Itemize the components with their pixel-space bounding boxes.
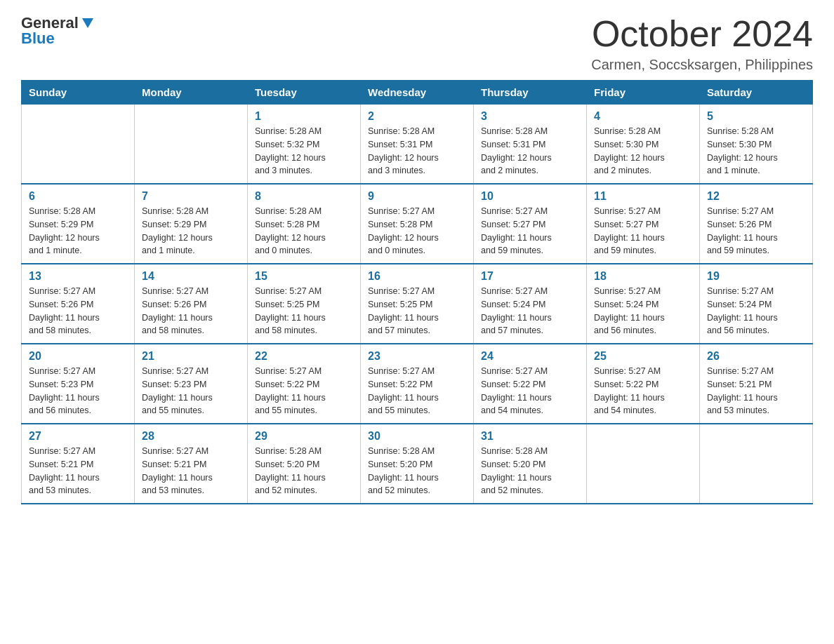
- calendar-cell: 30Sunrise: 5:28 AMSunset: 5:20 PMDayligh…: [361, 424, 474, 504]
- day-info: Sunrise: 5:27 AMSunset: 5:22 PMDaylight:…: [481, 365, 579, 417]
- day-number: 22: [255, 350, 353, 363]
- logo: General Blue: [21, 14, 95, 48]
- day-info: Sunrise: 5:28 AMSunset: 5:30 PMDaylight:…: [594, 125, 692, 177]
- day-info: Sunrise: 5:28 AMSunset: 5:28 PMDaylight:…: [255, 205, 353, 257]
- calendar-cell: 24Sunrise: 5:27 AMSunset: 5:22 PMDayligh…: [474, 344, 587, 424]
- day-info: Sunrise: 5:27 AMSunset: 5:23 PMDaylight:…: [142, 365, 240, 417]
- day-info: Sunrise: 5:27 AMSunset: 5:26 PMDaylight:…: [29, 285, 127, 337]
- day-number: 8: [255, 190, 353, 203]
- calendar-cell: [587, 424, 700, 504]
- page-header: General Blue October 2024 Carmen, Soccsk…: [21, 14, 813, 73]
- day-info: Sunrise: 5:28 AMSunset: 5:30 PMDaylight:…: [707, 125, 805, 177]
- day-info: Sunrise: 5:27 AMSunset: 5:24 PMDaylight:…: [594, 285, 692, 337]
- day-number: 9: [368, 190, 466, 203]
- calendar-cell: 18Sunrise: 5:27 AMSunset: 5:24 PMDayligh…: [587, 264, 700, 344]
- day-number: 31: [481, 430, 579, 443]
- day-info: Sunrise: 5:27 AMSunset: 5:22 PMDaylight:…: [368, 365, 466, 417]
- day-number: 4: [594, 110, 692, 123]
- weekday-header-monday: Monday: [135, 81, 248, 105]
- calendar-week-row: 1Sunrise: 5:28 AMSunset: 5:32 PMDaylight…: [22, 105, 813, 185]
- calendar-cell: 4Sunrise: 5:28 AMSunset: 5:30 PMDaylight…: [587, 105, 700, 185]
- day-number: 14: [142, 270, 240, 283]
- day-number: 13: [29, 270, 127, 283]
- calendar-cell: 25Sunrise: 5:27 AMSunset: 5:22 PMDayligh…: [587, 344, 700, 424]
- day-info: Sunrise: 5:28 AMSunset: 5:20 PMDaylight:…: [368, 445, 466, 497]
- logo-triangle-icon: [80, 15, 95, 30]
- day-info: Sunrise: 5:27 AMSunset: 5:25 PMDaylight:…: [255, 285, 353, 337]
- calendar-week-row: 27Sunrise: 5:27 AMSunset: 5:21 PMDayligh…: [22, 424, 813, 504]
- calendar-cell: 21Sunrise: 5:27 AMSunset: 5:23 PMDayligh…: [135, 344, 248, 424]
- day-info: Sunrise: 5:28 AMSunset: 5:29 PMDaylight:…: [142, 205, 240, 257]
- calendar-cell: 5Sunrise: 5:28 AMSunset: 5:30 PMDaylight…: [700, 105, 813, 185]
- day-info: Sunrise: 5:28 AMSunset: 5:20 PMDaylight:…: [481, 445, 579, 497]
- calendar-cell: 29Sunrise: 5:28 AMSunset: 5:20 PMDayligh…: [248, 424, 361, 504]
- day-info: Sunrise: 5:27 AMSunset: 5:27 PMDaylight:…: [481, 205, 579, 257]
- weekday-header-thursday: Thursday: [474, 81, 587, 105]
- calendar-cell: 20Sunrise: 5:27 AMSunset: 5:23 PMDayligh…: [22, 344, 135, 424]
- calendar-cell: 19Sunrise: 5:27 AMSunset: 5:24 PMDayligh…: [700, 264, 813, 344]
- day-number: 2: [368, 110, 466, 123]
- calendar-cell: 6Sunrise: 5:28 AMSunset: 5:29 PMDaylight…: [22, 184, 135, 264]
- calendar-cell: 8Sunrise: 5:28 AMSunset: 5:28 PMDaylight…: [248, 184, 361, 264]
- logo-blue-text: Blue: [21, 29, 55, 48]
- day-info: Sunrise: 5:27 AMSunset: 5:28 PMDaylight:…: [368, 205, 466, 257]
- day-info: Sunrise: 5:27 AMSunset: 5:26 PMDaylight:…: [707, 205, 805, 257]
- day-info: Sunrise: 5:27 AMSunset: 5:23 PMDaylight:…: [29, 365, 127, 417]
- weekday-header-sunday: Sunday: [22, 81, 135, 105]
- day-info: Sunrise: 5:27 AMSunset: 5:27 PMDaylight:…: [594, 205, 692, 257]
- month-title: October 2024: [591, 14, 813, 54]
- calendar-cell: 27Sunrise: 5:27 AMSunset: 5:21 PMDayligh…: [22, 424, 135, 504]
- calendar-cell: 10Sunrise: 5:27 AMSunset: 5:27 PMDayligh…: [474, 184, 587, 264]
- day-number: 7: [142, 190, 240, 203]
- day-number: 25: [594, 350, 692, 363]
- calendar-cell: 31Sunrise: 5:28 AMSunset: 5:20 PMDayligh…: [474, 424, 587, 504]
- calendar-cell: 14Sunrise: 5:27 AMSunset: 5:26 PMDayligh…: [135, 264, 248, 344]
- calendar-cell: 16Sunrise: 5:27 AMSunset: 5:25 PMDayligh…: [361, 264, 474, 344]
- weekday-header-friday: Friday: [587, 81, 700, 105]
- calendar-cell: 15Sunrise: 5:27 AMSunset: 5:25 PMDayligh…: [248, 264, 361, 344]
- day-info: Sunrise: 5:27 AMSunset: 5:24 PMDaylight:…: [707, 285, 805, 337]
- calendar-cell: 26Sunrise: 5:27 AMSunset: 5:21 PMDayligh…: [700, 344, 813, 424]
- weekday-header-saturday: Saturday: [700, 81, 813, 105]
- day-number: 21: [142, 350, 240, 363]
- calendar-cell: 12Sunrise: 5:27 AMSunset: 5:26 PMDayligh…: [700, 184, 813, 264]
- day-info: Sunrise: 5:27 AMSunset: 5:21 PMDaylight:…: [707, 365, 805, 417]
- day-number: 11: [594, 190, 692, 203]
- calendar-table: SundayMondayTuesdayWednesdayThursdayFrid…: [21, 80, 813, 504]
- day-info: Sunrise: 5:28 AMSunset: 5:20 PMDaylight:…: [255, 445, 353, 497]
- calendar-cell: 2Sunrise: 5:28 AMSunset: 5:31 PMDaylight…: [361, 105, 474, 185]
- day-number: 27: [29, 430, 127, 443]
- weekday-header-row: SundayMondayTuesdayWednesdayThursdayFrid…: [22, 81, 813, 105]
- day-info: Sunrise: 5:27 AMSunset: 5:25 PMDaylight:…: [368, 285, 466, 337]
- day-number: 28: [142, 430, 240, 443]
- day-number: 29: [255, 430, 353, 443]
- day-number: 26: [707, 350, 805, 363]
- day-info: Sunrise: 5:28 AMSunset: 5:31 PMDaylight:…: [368, 125, 466, 177]
- day-number: 24: [481, 350, 579, 363]
- calendar-cell: [22, 105, 135, 185]
- svg-marker-0: [82, 18, 93, 28]
- day-number: 3: [481, 110, 579, 123]
- day-number: 10: [481, 190, 579, 203]
- day-info: Sunrise: 5:27 AMSunset: 5:24 PMDaylight:…: [481, 285, 579, 337]
- day-number: 1: [255, 110, 353, 123]
- calendar-cell: 28Sunrise: 5:27 AMSunset: 5:21 PMDayligh…: [135, 424, 248, 504]
- day-info: Sunrise: 5:28 AMSunset: 5:32 PMDaylight:…: [255, 125, 353, 177]
- day-number: 23: [368, 350, 466, 363]
- calendar-week-row: 13Sunrise: 5:27 AMSunset: 5:26 PMDayligh…: [22, 264, 813, 344]
- calendar-week-row: 6Sunrise: 5:28 AMSunset: 5:29 PMDaylight…: [22, 184, 813, 264]
- calendar-cell: 17Sunrise: 5:27 AMSunset: 5:24 PMDayligh…: [474, 264, 587, 344]
- calendar-cell: 9Sunrise: 5:27 AMSunset: 5:28 PMDaylight…: [361, 184, 474, 264]
- day-number: 18: [594, 270, 692, 283]
- weekday-header-tuesday: Tuesday: [248, 81, 361, 105]
- day-number: 30: [368, 430, 466, 443]
- day-number: 15: [255, 270, 353, 283]
- weekday-header-wednesday: Wednesday: [361, 81, 474, 105]
- day-number: 16: [368, 270, 466, 283]
- calendar-cell: 1Sunrise: 5:28 AMSunset: 5:32 PMDaylight…: [248, 105, 361, 185]
- calendar-cell: 22Sunrise: 5:27 AMSunset: 5:22 PMDayligh…: [248, 344, 361, 424]
- day-info: Sunrise: 5:27 AMSunset: 5:22 PMDaylight:…: [594, 365, 692, 417]
- day-number: 20: [29, 350, 127, 363]
- calendar-cell: [700, 424, 813, 504]
- day-number: 12: [707, 190, 805, 203]
